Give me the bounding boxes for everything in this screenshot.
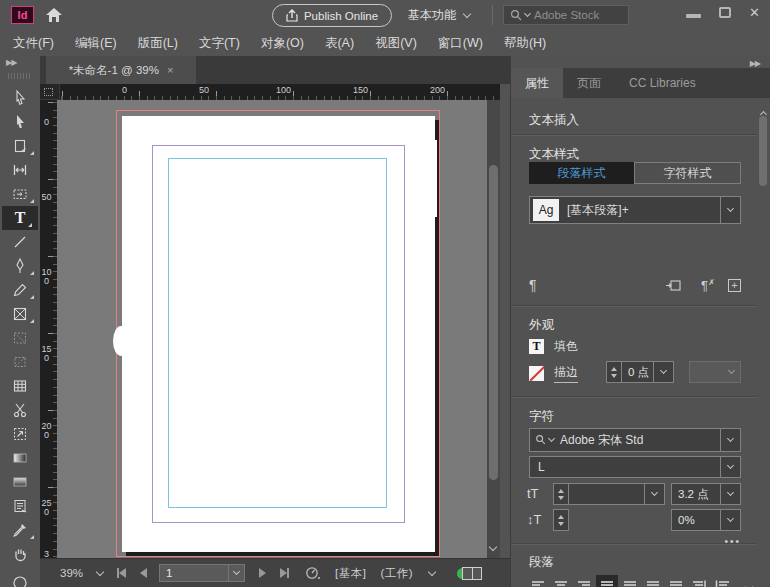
ruler-origin-box[interactable] (40, 84, 60, 100)
tool-hand[interactable] (0, 542, 40, 566)
justify-all-button[interactable] (665, 575, 687, 587)
vertical-ruler[interactable]: 0 50 100 150 200 250 3 (40, 100, 57, 558)
tool-note[interactable] (0, 494, 40, 518)
tool-scissors[interactable] (0, 398, 40, 422)
tool-gradient-feather[interactable] (0, 470, 40, 494)
font-size-chevron-icon[interactable] (644, 484, 664, 504)
tool-rectangle-frame[interactable] (0, 302, 40, 326)
style-dropdown-chevron-icon[interactable] (720, 197, 740, 223)
fill-label[interactable]: 填色 (554, 338, 578, 355)
scroll-down-icon[interactable] (489, 543, 497, 551)
tool-gap[interactable] (0, 158, 40, 182)
toolbar-grip[interactable] (8, 73, 32, 79)
toolbar-expand-icon[interactable]: ▶▶ (6, 58, 16, 67)
tab-pages[interactable]: 页面 (563, 68, 615, 98)
maximize-icon[interactable] (719, 7, 731, 18)
panel-scrollbar-thumb[interactable] (759, 116, 767, 186)
spread-view-icon[interactable] (462, 567, 482, 580)
preflight-preset[interactable]: [基本] (335, 566, 366, 581)
tool-pen[interactable] (0, 254, 40, 278)
menu-view[interactable]: 视图(V) (375, 35, 417, 52)
align-right-button[interactable] (573, 575, 595, 587)
tool-page[interactable] (0, 134, 40, 158)
workspace-switcher[interactable]: 基本功能 (408, 7, 470, 24)
tool-pencil[interactable] (0, 278, 40, 302)
redefine-style-icon[interactable] (665, 278, 681, 292)
justify-last-right-button[interactable] (642, 575, 664, 587)
tool-free-transform[interactable] (0, 422, 40, 446)
menu-edit[interactable]: 编辑(E) (75, 35, 117, 52)
tracking-chevron-icon[interactable] (720, 510, 740, 530)
tab-close-icon[interactable]: × (167, 64, 173, 76)
paragraph-styles-tab[interactable]: 段落样式 (529, 162, 634, 184)
character-styles-tab[interactable]: 字符样式 (634, 162, 741, 184)
stroke-label[interactable]: 描边 (554, 364, 578, 383)
align-away-spine-button[interactable] (711, 575, 733, 587)
stepper-arrows[interactable] (554, 510, 568, 530)
menu-object[interactable]: 对象(O) (261, 35, 304, 52)
publish-online-button[interactable]: Publish Online (272, 4, 392, 27)
previous-page-button[interactable] (140, 568, 147, 578)
vertical-scrollbar[interactable] (487, 100, 500, 558)
tool-polygon[interactable] (0, 350, 40, 374)
more-options-icon[interactable]: ••• (724, 536, 741, 547)
page-list-chevron-icon[interactable] (228, 565, 244, 581)
fill-color-icon[interactable]: T (529, 339, 544, 354)
next-page-button[interactable] (259, 568, 266, 578)
menu-type[interactable]: 文字(T) (199, 35, 240, 52)
document-tab[interactable]: *未命名-1 @ 39% × (46, 56, 196, 84)
first-page-button[interactable] (117, 568, 126, 578)
tracking-field[interactable]: 0% (671, 509, 741, 531)
align-center-button[interactable] (550, 575, 572, 587)
tool-content-collector[interactable] (0, 182, 40, 206)
tool-rectangle[interactable] (0, 326, 40, 350)
tab-cc-libraries[interactable]: CC Libraries (615, 68, 710, 98)
align-toward-spine-button[interactable] (688, 575, 710, 587)
menu-help[interactable]: 帮助(H) (504, 35, 546, 52)
menu-layout[interactable]: 版面(L) (138, 35, 178, 52)
panel-collapse-icon[interactable]: ▶▶ (750, 59, 760, 68)
tracking-stepper[interactable] (553, 509, 569, 531)
tool-gradient-swatch[interactable] (0, 446, 40, 470)
clear-overrides-icon[interactable]: ¶✗ (701, 278, 708, 293)
stepper-arrows[interactable] (554, 484, 569, 504)
preflight-chevron-icon[interactable] (428, 567, 436, 575)
preflight-profile[interactable]: (工作) (380, 566, 413, 581)
minimize-icon[interactable] (686, 14, 701, 18)
page-number-field[interactable]: 1 (159, 564, 245, 582)
last-page-button[interactable] (280, 568, 289, 578)
tool-selection[interactable] (0, 86, 40, 110)
home-icon[interactable] (45, 7, 63, 23)
align-left-button[interactable] (527, 575, 549, 587)
menu-table[interactable]: 表(A) (325, 35, 354, 52)
zoom-level[interactable]: 39% (60, 567, 83, 579)
fill-row[interactable]: T 填色 (529, 338, 578, 355)
close-icon[interactable]: ✕ (749, 6, 760, 19)
paragraph-mark-icon[interactable]: ¶ (529, 277, 537, 293)
horizontal-ruler[interactable]: 0 50 100 150 200 (60, 84, 500, 100)
font-style-dropdown[interactable]: L (529, 456, 741, 478)
font-size-field[interactable] (553, 483, 665, 505)
font-family-chevron-icon[interactable] (720, 429, 740, 451)
stroke-weight-chevron-icon[interactable] (653, 362, 673, 382)
new-style-icon[interactable]: + (728, 279, 741, 292)
stroke-none-icon[interactable] (529, 366, 544, 381)
paragraph-style-dropdown[interactable]: Ag [基本段落]+ (529, 196, 741, 224)
adobe-stock-search-input[interactable]: Adobe Stock (503, 5, 629, 25)
stroke-weight-stepper[interactable]: 0 点 (606, 361, 674, 383)
justify-last-center-button[interactable] (619, 575, 641, 587)
leading-chevron-icon[interactable] (720, 484, 740, 504)
scrollbar-thumb[interactable] (489, 165, 498, 480)
font-family-dropdown[interactable]: Adobe 宋体 Std (529, 428, 741, 452)
justify-last-left-button[interactable] (596, 575, 618, 587)
tool-type[interactable]: T (2, 206, 38, 230)
panel-scroll-down-icon[interactable] (745, 583, 753, 587)
tab-properties[interactable]: 属性 (511, 68, 563, 98)
tool-eyedropper[interactable] (0, 518, 40, 542)
leading-field[interactable]: 3.2 点 (671, 483, 741, 505)
canvas-pasteboard[interactable] (57, 100, 487, 558)
tool-table[interactable] (0, 374, 40, 398)
zoom-chevron-icon[interactable] (96, 567, 104, 575)
text-frame[interactable] (168, 158, 387, 508)
font-style-chevron-icon[interactable] (720, 457, 740, 477)
